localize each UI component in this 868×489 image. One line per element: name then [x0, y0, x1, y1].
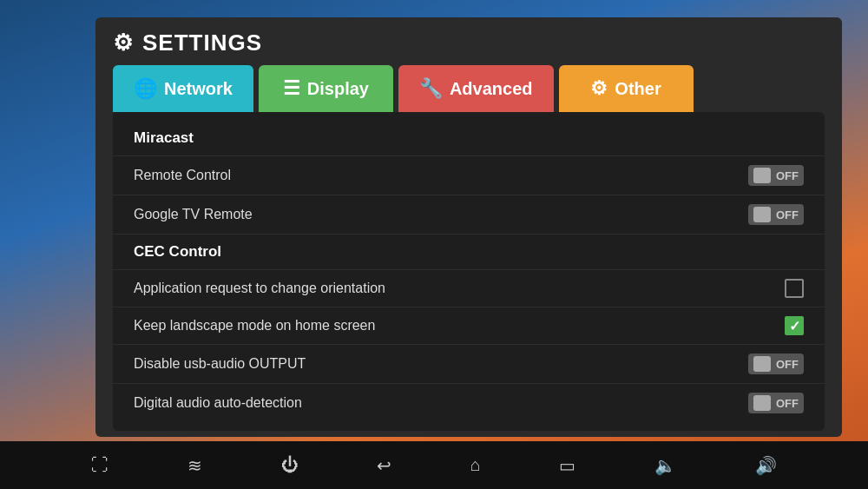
list-item[interactable]: Google TV Remote OFF	[113, 195, 825, 235]
nav-menu-icon[interactable]: ≋	[187, 455, 202, 476]
settings-title-label: SETTINGS	[142, 30, 262, 56]
landscape-mode-checkbox[interactable]: ✓	[785, 316, 804, 335]
toggle-off-label: OFF	[776, 397, 799, 410]
remote-control-toggle[interactable]: OFF	[748, 165, 804, 186]
tab-advanced-label: Advanced	[450, 79, 533, 99]
nav-home-icon[interactable]: ⌂	[470, 455, 481, 475]
tab-display-label: Display	[307, 79, 369, 99]
toggle-knob	[753, 356, 771, 372]
advanced-icon: 🔧	[419, 77, 443, 100]
nav-bar: ⛶ ≋ ⏻ ↩ ⌂ ▭ 🔈 🔊	[0, 441, 868, 489]
disable-usb-audio-label: Disable usb-audio OUTPUT	[134, 356, 306, 372]
list-item[interactable]: Keep landscape mode on home screen ✓	[113, 307, 825, 345]
tab-other-label: Other	[615, 79, 661, 99]
tab-network[interactable]: 🌐 Network	[113, 65, 253, 112]
other-icon: ⚙	[590, 77, 608, 100]
settings-gear-icon: ⚙	[113, 30, 134, 56]
toggle-off-label: OFF	[776, 169, 799, 182]
cec-control-label: CEC Control	[134, 243, 221, 261]
nav-volume-up-icon[interactable]: 🔊	[755, 455, 777, 476]
tab-other[interactable]: ⚙ Other	[559, 65, 694, 112]
list-item: Miracast	[113, 121, 825, 156]
settings-title-bar: ⚙ SETTINGS	[95, 17, 842, 65]
tab-advanced[interactable]: 🔧 Advanced	[398, 65, 554, 112]
google-tv-remote-label: Google TV Remote	[134, 207, 253, 222]
settings-panel: ⚙ SETTINGS 🌐 Network ☰ Display 🔧 Advance…	[95, 17, 842, 437]
digital-audio-label: Digital audio auto-detection	[134, 395, 302, 411]
nav-power-icon[interactable]: ⏻	[281, 455, 299, 475]
nav-volume-down-icon[interactable]: 🔈	[654, 455, 676, 476]
toggle-knob	[753, 207, 771, 222]
app-orientation-checkbox[interactable]	[785, 279, 804, 298]
list-item: CEC Control	[113, 235, 825, 270]
tab-display[interactable]: ☰ Display	[259, 65, 393, 112]
network-icon: 🌐	[134, 77, 157, 100]
toggle-off-label: OFF	[776, 208, 799, 221]
list-item[interactable]: Disable usb-audio OUTPUT OFF	[113, 345, 825, 384]
toggle-knob	[753, 395, 771, 411]
list-item[interactable]: Application request to change orientatio…	[113, 270, 825, 307]
nav-recents-icon[interactable]: ▭	[559, 455, 575, 476]
landscape-mode-label: Keep landscape mode on home screen	[134, 318, 375, 334]
miracast-label: Miracast	[134, 129, 194, 147]
nav-screenshot-icon[interactable]: ⛶	[91, 455, 108, 475]
nav-back-icon[interactable]: ↩	[377, 455, 391, 476]
display-icon: ☰	[283, 77, 300, 100]
google-tv-remote-toggle[interactable]: OFF	[748, 204, 804, 225]
toggle-knob	[753, 168, 771, 183]
remote-control-label: Remote Control	[134, 168, 231, 183]
digital-audio-toggle[interactable]: OFF	[748, 393, 804, 413]
tab-network-label: Network	[164, 79, 233, 99]
disable-usb-audio-toggle[interactable]: OFF	[748, 354, 804, 374]
list-item[interactable]: Remote Control OFF	[113, 156, 825, 195]
app-orientation-label: Application request to change orientatio…	[134, 281, 385, 296]
list-item[interactable]: Digital audio auto-detection OFF	[113, 384, 825, 422]
tabs-row: 🌐 Network ☰ Display 🔧 Advanced ⚙ Other	[95, 65, 842, 112]
content-area: Miracast Remote Control OFF Google TV Re…	[113, 112, 825, 431]
toggle-off-label: OFF	[776, 358, 799, 371]
